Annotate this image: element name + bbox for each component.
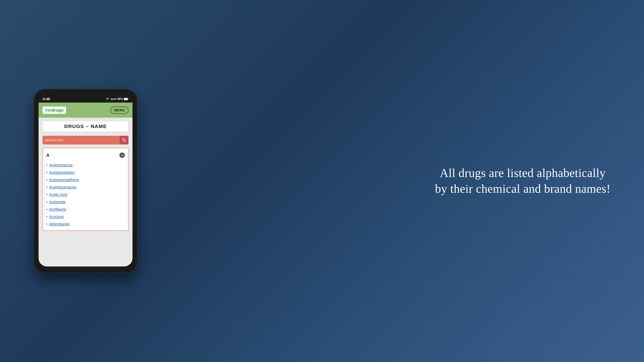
svg-line-4: [125, 141, 126, 142]
letter-header[interactable]: A ➤: [43, 151, 128, 160]
list-item[interactable]: • Acriflavine: [43, 206, 128, 213]
svg-rect-2: [128, 98, 128, 99]
search-icon: [122, 138, 126, 142]
letter-label: A: [46, 153, 50, 158]
drug-list: • Acepromazine • Acetaminophen • Acetome…: [43, 161, 128, 228]
battery-text: 96%: [118, 97, 123, 100]
promo-line2: by their chemical and brand names!: [435, 182, 610, 195]
drug-link[interactable]: Acetylpromazine: [49, 185, 76, 189]
list-item[interactable]: • Acetaminophen: [43, 169, 128, 176]
bullet-dot: •: [46, 215, 48, 219]
drug-link[interactable]: Acyclovir: [49, 215, 64, 219]
app-logo: Vet drugs: [42, 107, 66, 114]
menu-button[interactable]: MENU: [110, 107, 128, 114]
drug-list-container: A ➤ • Acepromazine • Acetaminophen • Ace…: [42, 148, 128, 231]
bullet-dot: •: [46, 185, 48, 189]
svg-rect-1: [124, 98, 128, 100]
bullet-dot: •: [46, 178, 48, 182]
wifi-icon: [106, 97, 109, 100]
list-item[interactable]: • Acetylpromazine: [43, 184, 128, 191]
svg-point-3: [122, 139, 125, 141]
drug-link[interactable]: Acriflavine: [49, 207, 66, 212]
list-item[interactable]: • Acetic Acid: [43, 191, 128, 198]
status-bar: 4:48 VoLR 96%: [38, 95, 132, 103]
list-item[interactable]: • Acepromazine: [43, 161, 128, 169]
phone-mockup: 4:48 VoLR 96%: [34, 89, 138, 273]
drug-link[interactable]: Acetonide: [49, 200, 66, 204]
app-header: Vet drugs MENU: [38, 103, 132, 118]
drug-link[interactable]: Albendazole: [49, 222, 70, 226]
drug-link[interactable]: Acetomenapthone: [49, 178, 79, 182]
search-input-wrap: [42, 136, 120, 144]
battery-icon: [124, 98, 128, 100]
promo-line1: All drugs are listed alphabetically: [440, 166, 606, 180]
phone-body: 4:48 VoLR 96%: [34, 89, 138, 273]
promo-text: All drugs are listed alphabetically by t…: [435, 165, 610, 197]
drug-link[interactable]: Acetaminophen: [49, 170, 75, 175]
bullet-dot: •: [46, 171, 48, 174]
status-icons: VoLR 96%: [106, 97, 128, 100]
status-time: 4:48: [42, 97, 50, 101]
chevron-down-icon[interactable]: ➤: [120, 152, 125, 158]
logo-vet: Vet: [45, 108, 52, 113]
list-item[interactable]: • Acetomenapthone: [43, 176, 128, 184]
page-title: DRUGS – NAME: [45, 123, 126, 129]
page-content: DRUGS – NAME: [38, 118, 132, 234]
signal-text: VoLR: [110, 98, 116, 100]
list-item[interactable]: • Acyclovir: [43, 213, 128, 220]
logo-drugs: drugs: [52, 108, 64, 113]
search-row: [42, 136, 128, 144]
bullet-dot: •: [46, 193, 48, 197]
list-item[interactable]: • Albendazole: [43, 220, 128, 228]
bullet-dot: •: [46, 207, 48, 211]
page-title-bar: DRUGS – NAME: [42, 121, 128, 132]
list-item[interactable]: • Acetonide: [43, 198, 128, 206]
bullet-dot: •: [46, 222, 48, 226]
bullet-dot: •: [46, 200, 48, 204]
drug-link[interactable]: Acetic Acid: [49, 192, 67, 197]
bullet-dot: •: [46, 163, 48, 167]
search-button[interactable]: [120, 136, 128, 144]
phone-screen: 4:48 VoLR 96%: [38, 95, 132, 267]
drug-link[interactable]: Acepromazine: [49, 163, 73, 167]
search-input[interactable]: [45, 138, 118, 142]
